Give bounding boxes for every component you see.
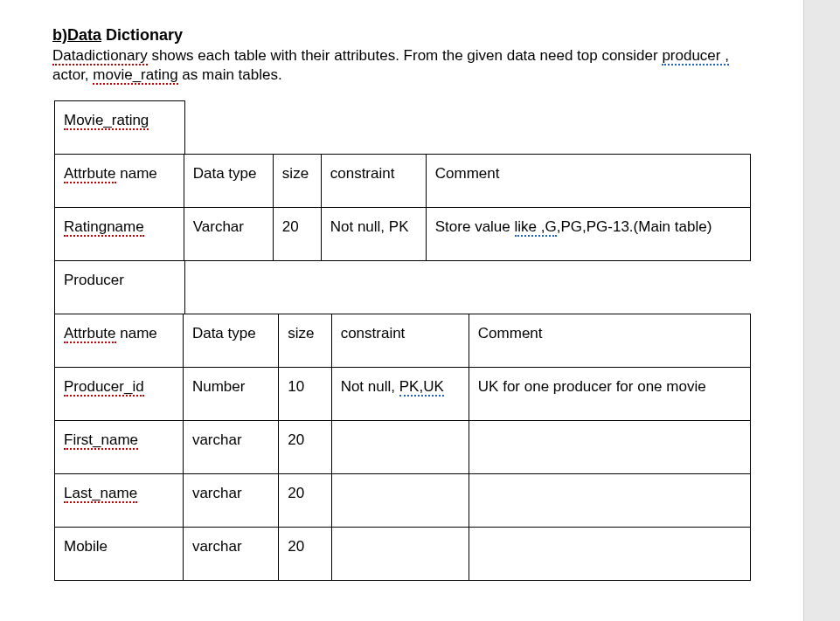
col-constraint: constraint <box>321 155 426 208</box>
col-comment: Comment <box>426 155 750 208</box>
header-text: name <box>116 325 157 342</box>
heading-prefix: b)Data <box>52 26 101 44</box>
cell-text: First_name <box>64 431 138 450</box>
cell-text: Ratingname <box>64 218 144 237</box>
cell-attribute-name: Mobile <box>55 528 184 581</box>
cell-text: Store value <box>435 218 515 235</box>
table-title-row: Producer <box>55 261 185 314</box>
cell-constraint: Not null, PK,UK <box>331 368 469 421</box>
cell-data-type: Number <box>183 368 278 421</box>
col-data-type: Data type <box>183 314 278 368</box>
data-dictionary-table: Attrbute name Data type size constraint … <box>54 314 751 581</box>
header-text: name <box>116 165 157 182</box>
col-constraint: constraint <box>331 314 469 368</box>
header-text: Attrbute <box>64 165 116 183</box>
col-size: size <box>279 314 331 368</box>
col-attribute-name: Attrbute name <box>55 155 184 208</box>
data-dictionary-table: Attrbute name Data type size constraint … <box>54 154 751 261</box>
cell-size: 20 <box>279 474 331 528</box>
data-dictionary-table: Movie_rating <box>54 100 185 155</box>
intro-text: as main tables. <box>178 66 282 83</box>
col-attribute-name: Attrbute name <box>55 314 184 368</box>
cell-constraint <box>331 474 469 528</box>
table-title-row: Movie_rating <box>55 101 185 155</box>
cell-text: Producer_id <box>64 378 144 397</box>
cell-text: Last_name <box>64 485 137 503</box>
cell-size: 20 <box>279 528 331 581</box>
cell-text: ,PG,PG-13.(Main table) <box>557 218 712 235</box>
col-size: size <box>273 155 321 208</box>
cell-size: 20 <box>273 208 321 261</box>
col-data-type: Data type <box>184 155 273 208</box>
cell-text: Not null, <box>341 378 399 395</box>
cell-data-type: Varchar <box>184 208 273 261</box>
cell-text: like ,G <box>515 218 557 237</box>
section-heading: b)Data Dictionary <box>52 26 751 45</box>
intro-word-datadictionary: Datadictionary <box>52 47 148 66</box>
cell-constraint <box>331 528 469 581</box>
table-row: Mobile varchar 20 <box>55 528 751 581</box>
cell-size: 20 <box>279 421 331 474</box>
table-header-row: Attrbute name Data type size constraint … <box>55 314 751 368</box>
cell-attribute-name: Ratingname <box>55 208 184 261</box>
intro-text: actor, <box>52 66 93 83</box>
data-dictionary-table: Producer <box>54 260 185 314</box>
intro-text: shows each table with their attributes. … <box>148 47 663 64</box>
heading-suffix: Dictionary <box>101 26 183 44</box>
cell-comment <box>469 528 750 581</box>
cell-data-type: varchar <box>183 421 278 474</box>
intro-word-producer: producer , <box>662 47 729 66</box>
cell-constraint <box>331 421 469 474</box>
table-row: First_name varchar 20 <box>55 421 751 474</box>
table-title: Producer <box>64 272 124 288</box>
cell-attribute-name: Producer_id <box>55 368 184 421</box>
table-row: Producer_id Number 10 Not null, PK,UK UK… <box>55 368 751 421</box>
cell-attribute-name: First_name <box>55 421 184 474</box>
table-row: Last_name varchar 20 <box>55 474 751 528</box>
cell-constraint: Not null, PK <box>321 208 426 261</box>
intro-word-movie-rating: movie_rating <box>93 66 177 85</box>
cell-data-type: varchar <box>183 528 278 581</box>
intro-paragraph: Datadictionary shows each table with the… <box>52 46 751 85</box>
cell-comment: UK for one producer for one movie <box>469 368 750 421</box>
col-comment: Comment <box>469 314 750 368</box>
cell-comment <box>469 421 750 474</box>
table-movie-rating: Movie_rating Attrbute name Data type siz… <box>52 100 751 261</box>
cell-text: PK,UK <box>399 378 444 397</box>
cell-text: Mobile <box>64 538 108 555</box>
cell-attribute-name: Last_name <box>55 474 184 528</box>
table-title-cell: Movie_rating <box>55 101 185 155</box>
cell-comment <box>469 474 750 528</box>
cell-data-type: varchar <box>183 474 278 528</box>
table-title-cell: Producer <box>55 261 185 314</box>
table-producer: Producer Attrbute name Data type size co… <box>52 260 751 581</box>
table-row: Ratingname Varchar 20 Not null, PK Store… <box>55 208 751 261</box>
cell-size: 10 <box>279 368 331 421</box>
cell-comment: Store value like ,G,PG,PG-13.(Main table… <box>426 208 750 261</box>
header-text: Attrbute <box>64 325 116 343</box>
table-header-row: Attrbute name Data type size constraint … <box>55 155 751 208</box>
document-page: b)Data Dictionary Datadictionary shows e… <box>0 0 804 621</box>
table-title: Movie_rating <box>64 112 149 130</box>
